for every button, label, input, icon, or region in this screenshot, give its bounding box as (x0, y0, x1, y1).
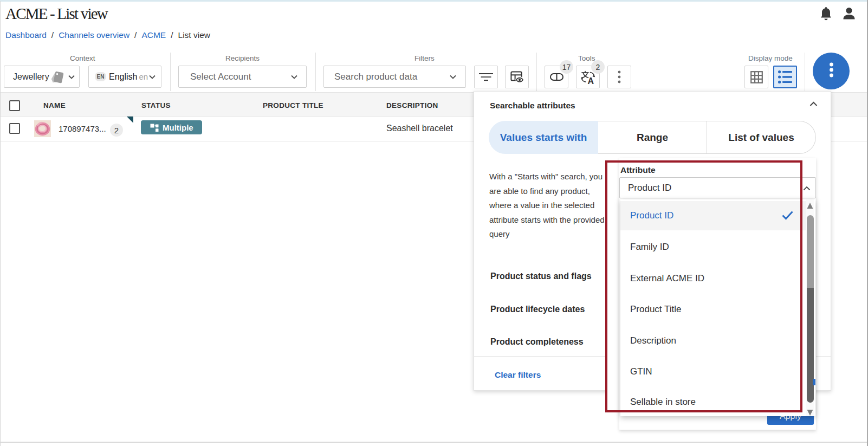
svg-text:A: A (587, 76, 594, 85)
